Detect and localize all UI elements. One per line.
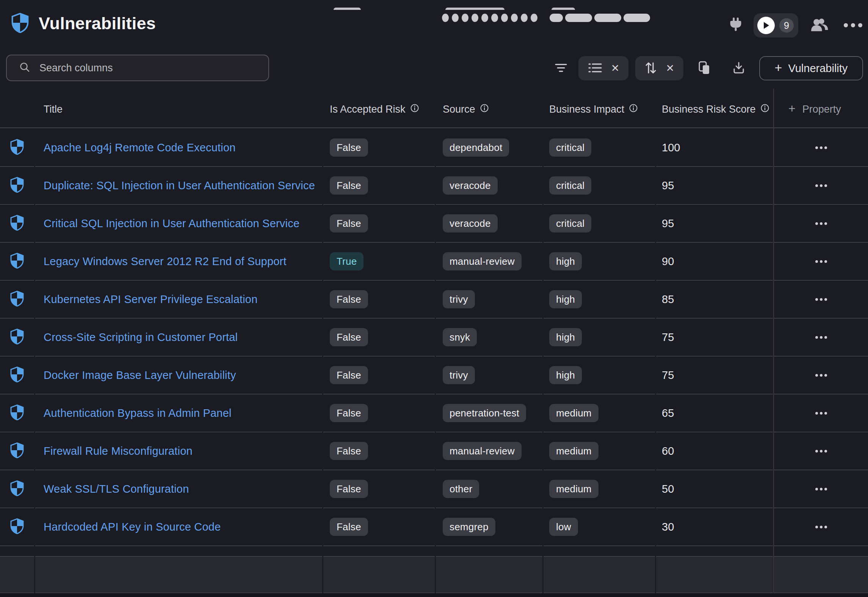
vulnerability-title-link[interactable]: Apache Log4j Remote Code Execution <box>44 141 236 154</box>
accepted-risk-badge: False <box>330 328 368 346</box>
row-actions-button[interactable] <box>808 331 834 344</box>
info-icon[interactable] <box>629 104 638 115</box>
plus-icon: + <box>775 60 782 75</box>
pagination-skeleton-pills <box>550 14 650 22</box>
vulnerability-title-link[interactable]: Authentication Bypass in Admin Panel <box>44 407 232 419</box>
integrations-button[interactable] <box>729 17 743 33</box>
vulnerability-shield-icon <box>10 291 24 308</box>
view-settings-chip[interactable]: ✕ <box>578 56 629 80</box>
sort-chip[interactable]: ✕ <box>635 56 683 80</box>
business-risk-score-value: 65 <box>662 407 674 419</box>
filter-button[interactable] <box>553 62 569 75</box>
accepted-risk-badge: False <box>330 366 368 384</box>
column-header-business-risk-score: Business Risk Score <box>656 104 773 115</box>
row-actions-button[interactable] <box>808 217 834 230</box>
clear-sort-icon[interactable]: ✕ <box>666 63 674 74</box>
source-badge: semgrep <box>443 518 495 536</box>
row-actions-button[interactable] <box>808 179 834 192</box>
vulnerability-shield-icon <box>10 442 24 460</box>
filter-icon <box>554 62 568 75</box>
vulnerability-title-link[interactable]: Kubernetes API Server Privilege Escalati… <box>44 293 258 306</box>
source-badge: other <box>443 480 479 498</box>
business-risk-score-value: 30 <box>662 521 674 533</box>
source-badge: veracode <box>443 176 498 195</box>
vulnerability-shield-icon <box>10 328 24 346</box>
vulnerability-title-link[interactable]: Weak SSL/TLS Configuration <box>44 483 189 495</box>
vulnerability-shield-icon <box>10 366 24 384</box>
pagination-skeleton-dots <box>442 14 537 22</box>
skeleton-sliver <box>445 8 505 10</box>
business-impact-badge: medium <box>549 480 599 498</box>
table-controls: ✕ ✕ <box>553 56 863 80</box>
row-actions-button[interactable] <box>808 520 834 534</box>
business-impact-badge: critical <box>549 138 591 157</box>
vulnerability-title-link[interactable]: Legacy Windows Server 2012 R2 End of Sup… <box>44 255 287 268</box>
vulnerability-title-link[interactable]: Duplicate: SQL Injection in User Authent… <box>44 179 315 192</box>
business-risk-score-value: 75 <box>662 369 674 382</box>
vulnerability-shield-icon <box>10 215 24 232</box>
row-actions-button[interactable] <box>808 482 834 496</box>
table-row: Weak SSL/TLS Configuration False other m… <box>0 470 868 508</box>
plug-icon <box>729 17 743 33</box>
table-row: Hardcoded API Key in Source Code False s… <box>0 508 868 546</box>
table-row: Critical SQL Injection in User Authentic… <box>0 205 868 243</box>
vulnerability-shield-icon <box>10 404 24 422</box>
business-impact-badge: high <box>549 366 582 384</box>
vulnerability-shield-icon <box>10 139 24 156</box>
business-risk-score-value: 60 <box>662 445 674 457</box>
vulnerability-shield-icon <box>10 253 24 270</box>
business-risk-score-value: 50 <box>662 483 674 495</box>
download-icon <box>732 61 745 76</box>
table-header: Title Is Accepted Risk Source <box>0 91 868 128</box>
add-property-header-button[interactable]: + Property <box>774 103 868 116</box>
info-icon[interactable] <box>760 104 769 115</box>
info-icon[interactable] <box>480 104 489 115</box>
source-badge: trivy <box>443 366 475 384</box>
row-actions-button[interactable] <box>808 369 834 382</box>
column-header-source: Source <box>436 104 542 115</box>
runs-button[interactable]: 9 <box>754 13 798 38</box>
business-impact-badge: critical <box>549 176 591 195</box>
copy-button[interactable] <box>697 61 712 76</box>
row-actions-button[interactable] <box>808 445 834 458</box>
vulnerability-title-link[interactable]: Hardcoded API Key in Source Code <box>44 521 221 533</box>
business-risk-score-value: 75 <box>662 331 674 344</box>
column-header-business-impact: Business Impact <box>544 104 655 115</box>
table-row: Docker Image Base Layer Vulnerability Fa… <box>0 357 868 394</box>
run-count-badge: 9 <box>779 18 794 33</box>
add-vulnerability-button[interactable]: + Vulnerability <box>759 56 863 80</box>
table-row: Kubernetes API Server Privilege Escalati… <box>0 281 868 319</box>
vulnerabilities-page: Vulnerabilities 9 <box>0 0 868 597</box>
source-badge: manual-review <box>443 442 522 460</box>
search-icon <box>19 61 30 74</box>
row-actions-button[interactable] <box>808 293 834 306</box>
business-risk-score-value: 95 <box>662 217 674 230</box>
vulnerability-title-link[interactable]: Cross-Site Scripting in Customer Portal <box>44 331 238 344</box>
search-input[interactable] <box>39 62 261 74</box>
row-actions-button[interactable] <box>808 255 834 268</box>
vulnerability-title-link[interactable]: Firewall Rule Misconfiguration <box>44 445 193 457</box>
page-title-group: Vulnerabilities <box>11 13 156 35</box>
row-actions-button[interactable] <box>808 141 834 154</box>
business-risk-score-value: 100 <box>662 141 680 154</box>
vulnerability-title-link[interactable]: Critical SQL Injection in User Authentic… <box>44 217 299 230</box>
table-row: Apache Log4j Remote Code Execution False… <box>0 129 868 167</box>
accepted-risk-badge: False <box>330 404 368 422</box>
clear-view-icon[interactable]: ✕ <box>611 63 620 74</box>
vulnerability-shield-icon <box>10 480 24 498</box>
members-button[interactable] <box>810 17 829 34</box>
page-more-actions-button[interactable] <box>842 20 863 30</box>
vulnerability-title-link[interactable]: Docker Image Base Layer Vulnerability <box>44 369 236 382</box>
plus-icon: + <box>788 102 796 116</box>
property-column-divider <box>773 89 774 593</box>
row-actions-button[interactable] <box>808 407 834 420</box>
table-body: Apache Log4j Remote Code Execution False… <box>0 129 868 546</box>
info-icon[interactable] <box>410 104 419 115</box>
source-badge: manual-review <box>443 252 522 270</box>
copy-icon <box>698 61 711 76</box>
vulnerability-shield-icon <box>10 177 24 194</box>
export-button[interactable] <box>731 61 746 76</box>
table-row: Duplicate: SQL Injection in User Authent… <box>0 167 868 205</box>
accepted-risk-badge: False <box>330 480 368 498</box>
list-icon <box>588 62 603 75</box>
